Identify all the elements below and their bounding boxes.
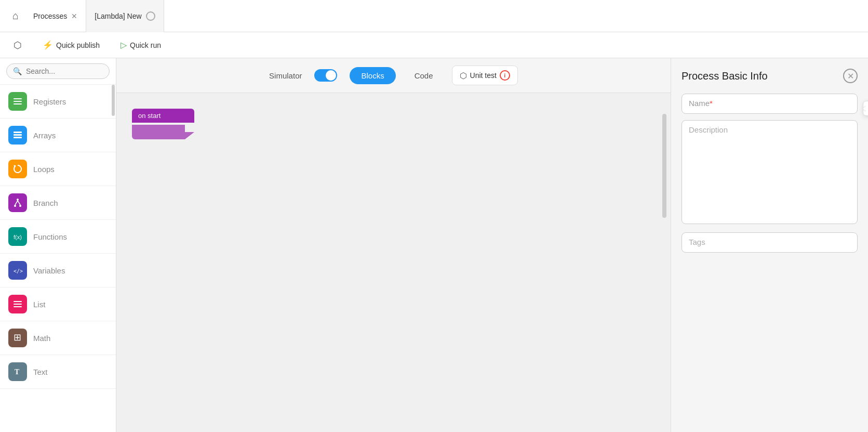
search-box: 🔍: [6, 63, 110, 79]
registers-label: Registers: [33, 97, 66, 106]
sidebar-scroll[interactable]: Registers Arrays Loops Branch: [0, 85, 116, 432]
blocks-button[interactable]: Blocks: [350, 67, 395, 84]
canvas-scrollbar-thumb: [662, 114, 666, 218]
svg-rect-1: [14, 101, 22, 102]
svg-line-9: [15, 201, 18, 205]
canvas-toolbar: Simulator Blocks Code ⬡ Unit test i: [116, 58, 671, 93]
tags-field-wrap: Tags: [682, 232, 858, 253]
quick-run-label: Quick run: [130, 41, 161, 49]
canvas-content: on start: [116, 93, 671, 432]
branch-label: Branch: [33, 199, 58, 207]
sidebar-item-list[interactable]: List: [0, 287, 116, 321]
description-input[interactable]: [682, 120, 858, 224]
arrays-icon: [8, 126, 27, 145]
svg-rect-4: [14, 134, 22, 136]
run-icon: ▷: [121, 40, 127, 50]
close-tab-icon[interactable]: ✕: [71, 12, 77, 20]
name-input[interactable]: [682, 94, 858, 114]
math-icon: ⊞: [8, 329, 27, 347]
text-icon: T: [8, 362, 27, 381]
save-icon: ⬡: [14, 40, 22, 51]
sidebar-item-variables[interactable]: </> Variables: [0, 254, 116, 287]
sidebar-item-loops[interactable]: Loops: [0, 152, 116, 186]
name-field-wrap: Name* Please fill out this field.: [682, 94, 858, 114]
svg-rect-2: [14, 103, 22, 104]
scroll-thumb: [112, 85, 115, 116]
svg-text:T: T: [15, 368, 20, 376]
info-circle-icon[interactable]: i: [500, 70, 510, 81]
svg-point-6: [17, 199, 19, 201]
unit-test-button[interactable]: ⬡ Unit test i: [452, 66, 518, 85]
tab-lambda[interactable]: [Lambda] New: [86, 0, 164, 32]
svg-point-8: [19, 205, 21, 207]
registers-icon: [8, 92, 27, 111]
loops-icon: [8, 160, 27, 178]
tags-input[interactable]: [682, 232, 858, 253]
functions-icon: f(x): [8, 227, 27, 246]
unit-test-label: Unit test: [470, 71, 497, 80]
sidebar-item-math[interactable]: ⊞ Math: [0, 321, 116, 355]
text-label: Text: [33, 368, 48, 376]
variables-label: Variables: [33, 266, 65, 275]
on-start-label: on start: [138, 112, 161, 120]
on-start-block: on start: [132, 109, 194, 139]
svg-text:f(x): f(x): [14, 234, 22, 240]
info-panel: Process Basic Info ✕ Name* Please fill o…: [671, 58, 868, 432]
block-header: on start: [132, 109, 194, 123]
svg-rect-13: [14, 301, 22, 302]
quick-run-button[interactable]: ▷ Quick run: [115, 37, 166, 53]
publish-icon: ⚡: [43, 40, 53, 50]
canvas-area: Simulator Blocks Code ⬡ Unit test i on s…: [116, 58, 671, 432]
home-icon[interactable]: ⌂: [6, 7, 25, 25]
unit-test-icon: ⬡: [460, 71, 467, 81]
save-button[interactable]: ⬡: [8, 36, 27, 54]
svg-rect-5: [14, 137, 22, 138]
top-bar: ⌂ Processes ✕ [Lambda] New: [0, 0, 868, 32]
panel-header: Process Basic Info ✕: [682, 69, 858, 83]
list-label: List: [33, 300, 45, 309]
arrays-label: Arrays: [33, 131, 56, 140]
code-button[interactable]: Code: [408, 67, 439, 84]
list-icon: [8, 295, 27, 313]
panel-title: Process Basic Info: [682, 70, 768, 82]
math-label: Math: [33, 334, 50, 343]
description-wrap: Description: [682, 120, 858, 226]
quick-publish-button[interactable]: ⚡ Quick publish: [37, 37, 105, 53]
sidebar-item-functions[interactable]: f(x) Functions: [0, 220, 116, 254]
tab-lambda-label: [Lambda] New: [95, 12, 141, 20]
sidebar: 🔍 Registers Arrays: [0, 58, 116, 432]
svg-rect-0: [14, 98, 22, 99]
sidebar-item-registers[interactable]: Registers: [0, 85, 116, 119]
branch-icon: [8, 193, 27, 212]
svg-rect-14: [14, 304, 22, 305]
svg-rect-3: [14, 132, 22, 133]
svg-text:</>: </>: [14, 268, 23, 274]
search-icon: 🔍: [13, 67, 22, 75]
sidebar-item-text[interactable]: T Text: [0, 355, 116, 389]
sidebar-item-branch[interactable]: Branch: [0, 186, 116, 220]
tooltip-bubble: Please fill out this field.: [863, 101, 868, 116]
tab-processes[interactable]: Processes ✕: [25, 0, 86, 32]
svg-rect-15: [14, 306, 22, 307]
search-container: 🔍: [0, 58, 116, 85]
functions-label: Functions: [33, 232, 67, 241]
toolbar: ⬡ ⚡ Quick publish ▷ Quick run: [0, 32, 868, 58]
quick-publish-label: Quick publish: [56, 41, 100, 49]
block-body: [132, 125, 194, 139]
svg-line-10: [18, 201, 20, 205]
variables-icon: </>: [8, 261, 27, 280]
svg-text:⊞: ⊞: [14, 333, 21, 343]
loops-label: Loops: [33, 165, 55, 174]
lambda-circle-icon: [146, 11, 155, 21]
simulator-label: Simulator: [269, 71, 302, 80]
search-input[interactable]: [26, 67, 103, 75]
toggle-knob: [326, 70, 336, 81]
main-layout: 🔍 Registers Arrays: [0, 58, 868, 432]
tab-processes-label: Processes: [33, 12, 67, 20]
svg-point-7: [14, 205, 16, 207]
sidebar-item-arrays[interactable]: Arrays: [0, 119, 116, 152]
simulator-toggle[interactable]: [314, 69, 337, 82]
canvas-scrollbar[interactable]: [662, 93, 666, 432]
panel-close-button[interactable]: ✕: [843, 69, 858, 83]
